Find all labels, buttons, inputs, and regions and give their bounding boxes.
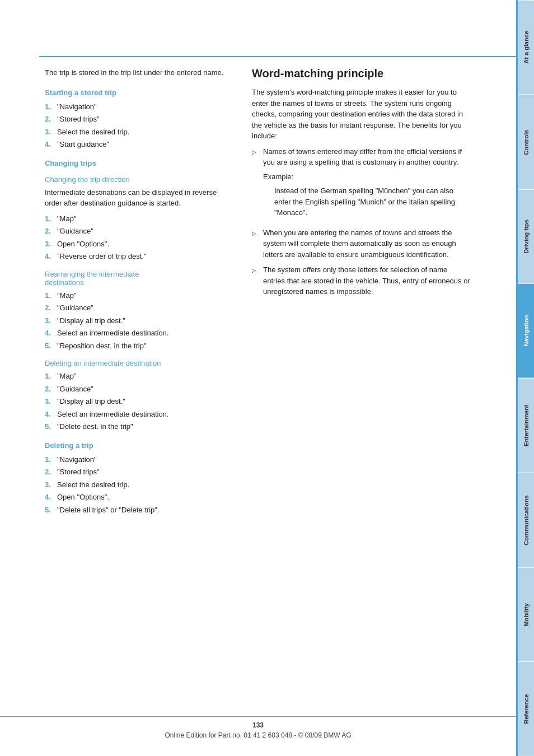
list-item: 2."Stored trips" bbox=[45, 466, 235, 478]
bullet-item-1: ▷ Names of towns entered may differ from… bbox=[252, 146, 470, 223]
sidebar-tab-at-a-glance[interactable]: At a glance bbox=[518, 0, 534, 95]
top-border-line bbox=[39, 56, 516, 57]
heading-changing-trips: Changing trips bbox=[45, 159, 235, 167]
list-item: 2."Guidance" bbox=[45, 384, 235, 395]
sidebar-tab-reference[interactable]: Reference bbox=[518, 661, 534, 756]
sidebar: At a glance Controls Driving tips Naviga… bbox=[516, 0, 534, 756]
section-deleting-trip: Deleting a trip 1."Navigation" 2."Stored… bbox=[45, 441, 235, 516]
bullet-text-3: The system offers only those letters for… bbox=[263, 264, 470, 297]
bullet-arrow-icon: ▷ bbox=[252, 229, 259, 260]
section-starting-stored-trip: Starting a stored trip 1."Navigation" 2.… bbox=[45, 88, 235, 150]
list-item: 1."Map" bbox=[45, 290, 235, 301]
example-label: Example: bbox=[263, 171, 470, 183]
list-item: 3.Select the desired trip. bbox=[45, 479, 235, 491]
subheading-rearranging: Rearranging the intermediatedestinations bbox=[45, 270, 235, 287]
list-rearranging: 1."Map" 2."Guidance" 3."Display all trip… bbox=[45, 290, 235, 352]
intro-text: The trip is stored in the trip list unde… bbox=[45, 67, 235, 78]
subsection-rearranging: Rearranging the intermediatedestinations… bbox=[45, 270, 235, 352]
example-text: Instead of the German spelling "München"… bbox=[263, 185, 470, 218]
list-deleting-trip: 1."Navigation" 2."Stored trips" 3.Select… bbox=[45, 454, 235, 516]
list-item: 4.Select an intermediate destination. bbox=[45, 328, 235, 339]
subsection-deleting-intermediate: Deleting an intermediate destination 1."… bbox=[45, 359, 235, 432]
right-column: Word-matching principle The system's wor… bbox=[252, 67, 470, 722]
list-item: 2."Guidance" bbox=[45, 302, 235, 314]
page-number: 133 bbox=[0, 721, 516, 729]
list-item: 1."Navigation" bbox=[45, 454, 235, 465]
list-item: 4.Open "Options". bbox=[45, 492, 235, 503]
bullet-arrow-icon: ▷ bbox=[252, 266, 259, 297]
list-item: 1."Navigation" bbox=[45, 101, 235, 113]
list-item: 4."Start guidance" bbox=[45, 139, 235, 150]
list-item: 5."Delete dest. in the trip" bbox=[45, 421, 235, 432]
list-item: 2."Guidance" bbox=[45, 226, 235, 237]
subsection-trip-direction: Changing the trip direction Intermediate… bbox=[45, 175, 235, 262]
list-item: 3.Open "Options". bbox=[45, 239, 235, 250]
list-item: 3.Select the desired trip. bbox=[45, 127, 235, 138]
sidebar-tab-mobility[interactable]: Mobility bbox=[518, 567, 534, 662]
list-item: 3."Display all trip dest." bbox=[45, 396, 235, 407]
subheading-deleting-intermediate: Deleting an intermediate destination bbox=[45, 359, 235, 367]
list-item: 5."Delete all trips" or "Delete trip". bbox=[45, 505, 235, 516]
list-item: 2."Stored trips" bbox=[45, 114, 235, 125]
list-item: 3."Display all trip dest." bbox=[45, 315, 235, 326]
right-column-intro: The system's word-matching principle mak… bbox=[252, 87, 470, 142]
bullet-list: ▷ Names of towns entered may differ from… bbox=[252, 146, 470, 297]
subheading-trip-direction: Changing the trip direction bbox=[45, 175, 235, 184]
sidebar-tab-communications[interactable]: Communications bbox=[518, 473, 534, 567]
bullet-arrow-icon: ▷ bbox=[252, 148, 259, 223]
bullet-item-2: ▷ When you are entering the names of tow… bbox=[252, 227, 470, 260]
section-changing-trips: Changing trips Changing the trip directi… bbox=[45, 159, 235, 432]
list-item: 1."Map" bbox=[45, 213, 235, 225]
bullet-text-2: When you are entering the names of towns… bbox=[263, 227, 470, 260]
list-item: 4.Select an intermediate destination. bbox=[45, 409, 235, 420]
list-deleting-intermediate: 1."Map" 2."Guidance" 3."Display all trip… bbox=[45, 371, 235, 432]
heading-starting-stored-trip: Starting a stored trip bbox=[45, 88, 235, 97]
list-item: 5."Reposition dest. in the trip" bbox=[45, 340, 235, 352]
bullet-text-1: Names of towns entered may differ from t… bbox=[263, 147, 462, 167]
footer: 133 Online Edition for Part no. 01 41 2 … bbox=[0, 716, 516, 739]
sidebar-tab-driving-tips[interactable]: Driving tips bbox=[518, 189, 534, 284]
page-title: Word-matching principle bbox=[252, 67, 470, 80]
body-trip-direction: Intermediate destinations can be display… bbox=[45, 187, 235, 209]
sidebar-tab-navigation[interactable]: Navigation bbox=[518, 283, 534, 378]
sidebar-tab-entertainment[interactable]: Entertainment bbox=[518, 378, 534, 473]
sidebar-tab-controls[interactable]: Controls bbox=[518, 95, 534, 189]
footer-text: Online Edition for Part no. 01 41 2 603 … bbox=[0, 731, 516, 739]
list-item: 1."Map" bbox=[45, 371, 235, 382]
bullet-item-3: ▷ The system offers only those letters f… bbox=[252, 264, 470, 297]
list-starting-stored-trip: 1."Navigation" 2."Stored trips" 3.Select… bbox=[45, 101, 235, 150]
heading-deleting-trip: Deleting a trip bbox=[45, 441, 235, 450]
left-column: The trip is stored in the trip list unde… bbox=[45, 67, 235, 722]
list-item: 4."Reverse order of trip dest." bbox=[45, 251, 235, 262]
list-trip-direction: 1."Map" 2."Guidance" 3.Open "Options". 4… bbox=[45, 213, 235, 262]
